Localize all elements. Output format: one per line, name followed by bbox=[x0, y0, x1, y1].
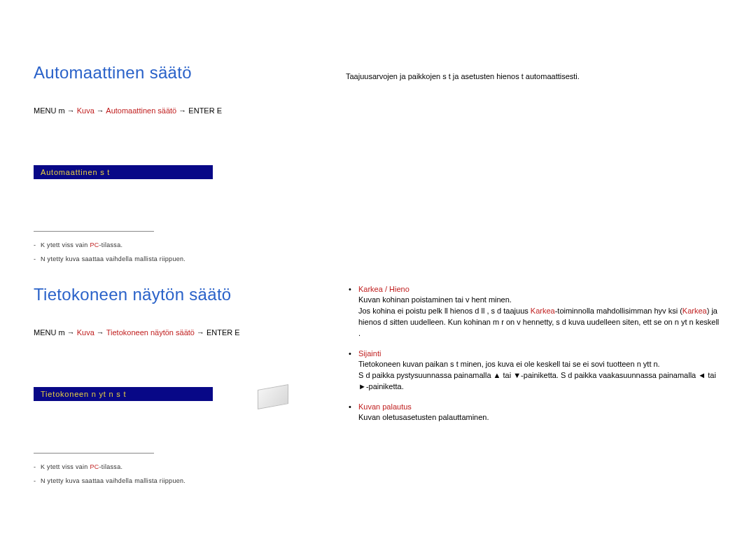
item-body: Kuvan oletusasetusten palauttaminen. bbox=[358, 412, 722, 423]
path-red-pcscreen: Tietokoneen näytön säätö bbox=[106, 328, 195, 337]
item-body: Tietokoneen kuvan paikan s t minen, jos … bbox=[358, 359, 722, 393]
menu-path-1: MENU m → Kuva → Automaattinen säätö → EN… bbox=[34, 106, 300, 115]
path-red-kuva: Kuva bbox=[77, 328, 94, 337]
path-red-auto: Automaattinen säätö bbox=[106, 106, 176, 115]
item-kuvan-palautus: Kuvan palautus Kuvan oletusasetusten pal… bbox=[346, 402, 722, 423]
path-text: → ENTER E bbox=[176, 106, 222, 115]
menu-path-2: MENU m → Kuva → Tietokoneen näytön säätö… bbox=[34, 328, 300, 337]
section-pc-screen-adjust: Tietokoneen näytön säätö MENU m → Kuva →… bbox=[34, 285, 722, 484]
osd-box-pcscreen: Tietokoneen n yt n s t bbox=[34, 387, 213, 401]
item-title: Kuvan palautus bbox=[358, 402, 412, 411]
footnote-image-varies: N ytetty kuva saattaa vaihdella mallista… bbox=[34, 477, 300, 484]
item-title: Sijainti bbox=[358, 349, 381, 358]
path-text: MENU m → bbox=[34, 106, 77, 115]
osd-box-label: Tietokoneen n yt n s t bbox=[41, 390, 126, 398]
heading-pc-screen-adjust: Tietokoneen näytön säätö bbox=[34, 285, 300, 304]
path-text: → bbox=[94, 328, 106, 337]
heading-auto-adjust: Automaattinen säätö bbox=[34, 63, 300, 83]
section-auto-adjust: Automaattinen säätö MENU m → Kuva → Auto… bbox=[34, 63, 722, 262]
item-title: Karkea / Hieno bbox=[358, 285, 410, 293]
footnote-pc-mode: K ytett viss vain PC-tilassa. bbox=[34, 241, 300, 248]
osd-box-label: Automaattinen s t bbox=[41, 168, 110, 176]
osd-box-auto: Automaattinen s t bbox=[34, 165, 213, 179]
auto-adjust-description: Taajuusarvojen ja paikkojen s t ja asetu… bbox=[346, 71, 722, 82]
footnote-pc-mode: K ytett viss vain PC-tilassa. bbox=[34, 463, 300, 470]
path-red-kuva: Kuva bbox=[77, 106, 94, 115]
path-text: MENU m → bbox=[34, 328, 77, 337]
path-text: → bbox=[94, 106, 106, 115]
item-sijainti: Sijainti Tietokoneen kuvan paikan s t mi… bbox=[346, 349, 722, 393]
item-karkea-hieno: Karkea / Hieno Kuvan kohinan poistaminen… bbox=[346, 285, 722, 339]
footnote-image-varies: N ytetty kuva saattaa vaihdella mallista… bbox=[34, 255, 300, 262]
item-body: Kuvan kohinan poistaminen tai v hent min… bbox=[358, 295, 722, 339]
path-text: → ENTER E bbox=[195, 328, 240, 337]
